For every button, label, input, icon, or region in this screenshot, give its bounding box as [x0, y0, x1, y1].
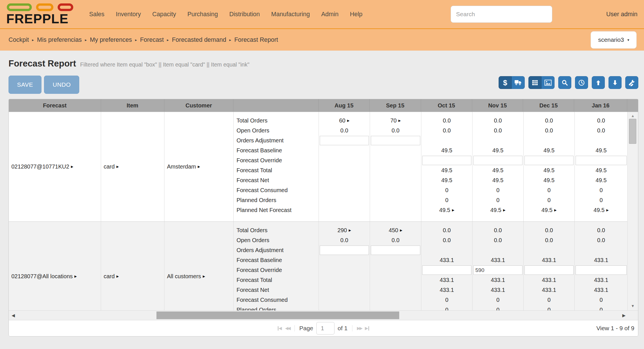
menu-item-help[interactable]: Help: [350, 11, 362, 18]
search-button[interactable]: [558, 76, 571, 89]
item-link[interactable]: card: [104, 273, 115, 280]
cell-value: 0: [547, 307, 551, 310]
scroll-down-icon[interactable]: ▼: [628, 304, 638, 308]
horizontal-scrollbar[interactable]: ◀ ▶: [9, 310, 638, 320]
drilldown-arrow-icon[interactable]: ▶: [400, 228, 402, 232]
measures-cell: Total OrdersOpen OrdersOrders Adjustment…: [234, 112, 319, 221]
magnifier-icon: [561, 79, 568, 86]
menu-item-admin[interactable]: Admin: [321, 11, 338, 18]
cell-item: card▶: [101, 222, 164, 310]
move-up-button[interactable]: [592, 76, 605, 89]
menu-item-capacity[interactable]: Capacity: [152, 11, 176, 18]
orders-adjustment-input[interactable]: [371, 246, 420, 255]
table-view-button[interactable]: [528, 76, 541, 89]
search-input[interactable]: [451, 6, 552, 23]
forecast-override-input[interactable]: [576, 156, 627, 165]
drilldown-arrow-icon[interactable]: ▶: [606, 208, 609, 212]
breadcrumb-item-cockpit[interactable]: Cockpit: [9, 36, 29, 43]
breadcrumb-item-my-preferences[interactable]: My preferences: [90, 36, 132, 43]
vertical-scroll-thumb[interactable]: [629, 119, 636, 144]
bucket-cell-oct-15: 0.00.049.549.549.50049.5▶: [421, 112, 472, 221]
shipments-button[interactable]: [512, 76, 525, 89]
cell-value: 49.5: [492, 147, 503, 154]
currency-button[interactable]: $: [499, 76, 512, 89]
next-page-button[interactable]: ▶▶: [357, 326, 362, 331]
drilldown-arrow-icon[interactable]: ▶: [198, 165, 200, 169]
measure-label: Forecast Consumed: [237, 297, 288, 303]
forecast-override-input[interactable]: [422, 265, 471, 275]
cell-value: 433.1: [594, 257, 608, 263]
chevron-down-icon: ▾: [627, 38, 629, 42]
breadcrumb-item-forecasted-demand[interactable]: Forecasted demand: [172, 36, 226, 43]
drilldown-arrow-icon[interactable]: ▶: [349, 228, 351, 232]
menu-item-distribution[interactable]: Distribution: [229, 11, 260, 18]
cell-value: 433.1: [440, 287, 454, 293]
arrow-down-icon: [612, 80, 618, 86]
time-buckets-button[interactable]: [575, 76, 588, 89]
graph-view-button[interactable]: [541, 76, 555, 89]
move-down-button[interactable]: [609, 76, 622, 89]
forecast-override-input[interactable]: [576, 265, 627, 275]
scroll-right-icon[interactable]: ▶: [622, 313, 626, 318]
menu-item-manufacturing[interactable]: Manufacturing: [271, 11, 310, 18]
save-button[interactable]: SAVE: [9, 76, 41, 94]
column-header-customer[interactable]: Customer: [164, 99, 234, 112]
drilldown-arrow-icon[interactable]: ▶: [116, 275, 119, 278]
horizontal-scroll-thumb[interactable]: [156, 311, 399, 319]
menu-item-inventory[interactable]: Inventory: [116, 11, 141, 18]
orders-adjustment-input[interactable]: [320, 136, 369, 145]
customer-link[interactable]: All customers: [167, 273, 201, 280]
forecast-link[interactable]: 02128077@All locations: [11, 273, 73, 280]
menu-item-sales[interactable]: Sales: [89, 11, 104, 18]
user-menu[interactable]: User admin: [606, 11, 637, 18]
measure-label: Open Orders: [237, 237, 269, 243]
drilldown-arrow-icon[interactable]: ▶: [74, 275, 77, 278]
drilldown-arrow-icon[interactable]: ▶: [452, 208, 454, 212]
column-header-item[interactable]: Item: [101, 99, 164, 112]
prev-page-button[interactable]: ◀◀: [285, 326, 290, 331]
cell-value: 49.5: [541, 207, 553, 213]
cell-value: 49.5: [596, 147, 607, 154]
scroll-left-icon[interactable]: ◀: [12, 313, 15, 318]
drilldown-arrow-icon[interactable]: ▶: [203, 275, 205, 278]
page-number-input[interactable]: [316, 322, 334, 335]
scroll-up-icon[interactable]: ▲: [628, 114, 638, 118]
frepple-logo[interactable]: FREPPLE: [6, 3, 73, 26]
orders-adjustment-input[interactable]: [371, 136, 420, 145]
forecast-override-input[interactable]: [473, 265, 522, 275]
drilldown-arrow-icon[interactable]: ▶: [71, 165, 73, 169]
forecast-override-input[interactable]: [524, 156, 574, 165]
menu-item-purchasing[interactable]: Purchasing: [187, 11, 218, 18]
page-count-label: of 1: [338, 325, 348, 332]
customize-button[interactable]: [625, 76, 638, 89]
undo-button[interactable]: UNDO: [44, 76, 79, 94]
breadcrumb-separator-icon: ▸: [167, 38, 169, 42]
page-label: Page: [299, 325, 313, 332]
column-header-forecast[interactable]: Forecast: [9, 99, 101, 112]
breadcrumb-item-mis-preferencias[interactable]: Mis preferencias: [37, 36, 82, 43]
first-page-button[interactable]: ◀: [278, 326, 282, 331]
table-icon: [532, 79, 538, 86]
vertical-scrollbar[interactable]: ▲ ▼: [627, 112, 638, 310]
units-toggle-group: $: [499, 76, 525, 89]
drilldown-arrow-icon[interactable]: ▶: [554, 208, 557, 212]
forecast-override-input[interactable]: [524, 265, 574, 275]
measure-label: Planned Orders: [237, 197, 276, 203]
item-link[interactable]: card: [104, 163, 115, 170]
drilldown-arrow-icon[interactable]: ▶: [503, 208, 505, 212]
last-page-button[interactable]: ▶: [365, 326, 369, 331]
scenario-selector[interactable]: scenario3 ▾: [591, 31, 637, 49]
drilldown-arrow-icon[interactable]: ▶: [116, 165, 119, 169]
customer-link[interactable]: Amsterdam: [167, 163, 196, 170]
cell-value: 0: [547, 197, 551, 203]
cell-value: 433.1: [594, 277, 608, 283]
drilldown-arrow-icon[interactable]: ▶: [398, 119, 401, 122]
cell-value: 49.5: [492, 167, 503, 174]
forecast-override-input[interactable]: [422, 156, 471, 165]
drilldown-arrow-icon[interactable]: ▶: [347, 119, 349, 122]
orders-adjustment-input[interactable]: [320, 246, 369, 255]
breadcrumb-item-forecast[interactable]: Forecast: [140, 36, 164, 43]
forecast-override-input[interactable]: [473, 156, 522, 165]
breadcrumb-item-forecast-report[interactable]: Forecast Report: [234, 36, 278, 43]
forecast-link[interactable]: 02128077@10771KU2: [11, 163, 69, 170]
